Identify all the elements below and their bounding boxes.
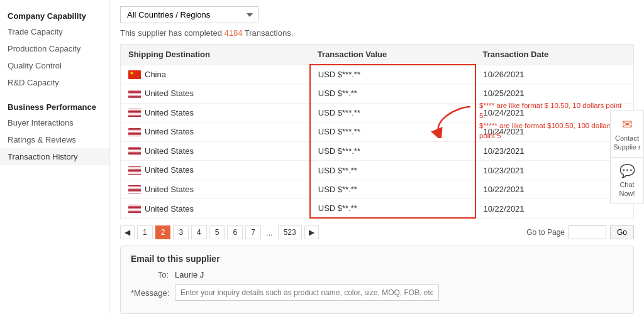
table-row: United States USD $***.** 10/24/2021 bbox=[121, 122, 633, 142]
table-row: United States USD $**.** 10/23/2021 bbox=[121, 161, 633, 180]
destination-cell: United States bbox=[121, 103, 310, 122]
sidebar-item-trade-capacity[interactable]: Trade Capacity bbox=[0, 23, 109, 40]
contact-supplier-label: Contact Supplie r bbox=[613, 134, 640, 151]
sidebar-item-ratings-reviews[interactable]: Ratings & Reviews bbox=[0, 131, 109, 148]
col-transaction-date: Transaction Date bbox=[475, 45, 633, 65]
value-cell: USD $**.** bbox=[310, 199, 475, 219]
destination-name: China bbox=[145, 70, 166, 79]
value-cell: USD $***.** bbox=[310, 65, 475, 84]
floating-panel: ✉ Contact Supplie r 💬 Chat Now! bbox=[610, 111, 644, 203]
business-performance-title: Business Performance bbox=[0, 97, 109, 114]
flag-us-icon bbox=[128, 147, 141, 156]
destination-cell: ★ China bbox=[121, 65, 310, 84]
destination-name: United States bbox=[145, 127, 194, 136]
pagination-ellipsis: ... bbox=[264, 228, 275, 237]
table-annotation-wrapper: Shipping Destination Transaction Value T… bbox=[120, 44, 634, 219]
flag-us-icon bbox=[128, 109, 141, 117]
value-cell: USD $***.** bbox=[310, 103, 475, 122]
envelope-icon: ✉ bbox=[613, 116, 641, 133]
chat-now-label: Chat Now! bbox=[619, 181, 635, 197]
date-cell: 10/25/2021 bbox=[475, 84, 633, 104]
table-row: ★ China USD $***.** 10/26/2021 bbox=[121, 65, 633, 84]
flag-us-icon bbox=[128, 185, 141, 194]
email-message-label: *Message: bbox=[131, 288, 175, 298]
flag-china-icon: ★ bbox=[128, 70, 141, 79]
pagination-page-2[interactable]: 2 bbox=[155, 225, 171, 239]
value-cell: USD $***.** bbox=[310, 122, 475, 142]
email-to-label: To: bbox=[131, 270, 175, 279]
value-cell: USD $**.** bbox=[310, 161, 475, 180]
destination-cell: United States bbox=[121, 141, 310, 161]
email-message-input[interactable] bbox=[175, 284, 439, 301]
chat-now-button[interactable]: 💬 Chat Now! bbox=[610, 157, 644, 204]
pagination-page-5[interactable]: 5 bbox=[209, 225, 225, 239]
destination-name: United States bbox=[145, 108, 194, 117]
pagination-page-7[interactable]: 7 bbox=[245, 225, 261, 239]
transactions-info: This supplier has completed 4184 Transac… bbox=[120, 28, 634, 38]
flag-us-icon bbox=[128, 205, 141, 214]
email-message-field: *Message: bbox=[131, 284, 623, 301]
email-section: Email to this supplier To: Laurie J *Mes… bbox=[120, 246, 634, 314]
destination-cell: United States bbox=[121, 84, 310, 104]
table-row: United States USD $**.** 10/22/2021 bbox=[121, 180, 633, 199]
goto-page-area: Go to Page Go bbox=[526, 225, 634, 239]
table-row: United States USD $***.** 10/23/2021 bbox=[121, 141, 633, 161]
goto-page-input[interactable] bbox=[569, 225, 606, 239]
flag-us-icon bbox=[128, 166, 141, 175]
email-to-value: Laurie J bbox=[175, 270, 204, 279]
transaction-table: Shipping Destination Transaction Value T… bbox=[121, 45, 633, 219]
pagination: ◀ 1 2 3 4 5 6 7 ... 523 ▶ Go to Page Go bbox=[120, 225, 634, 239]
destination-cell: United States bbox=[121, 122, 310, 142]
value-cell: USD $***.** bbox=[310, 141, 475, 161]
destination-cell: United States bbox=[121, 180, 310, 199]
goto-go-button[interactable]: Go bbox=[610, 225, 634, 239]
table-row: United States USD $***.** 10/24/2021 bbox=[121, 103, 633, 122]
destination-name: United States bbox=[145, 146, 194, 156]
pagination-page-523[interactable]: 523 bbox=[278, 225, 302, 239]
value-cell: USD $**.** bbox=[310, 84, 475, 104]
col-transaction-value: Transaction Value bbox=[310, 45, 475, 65]
transaction-table-wrapper: Shipping Destination Transaction Value T… bbox=[120, 44, 634, 219]
pagination-page-3[interactable]: 3 bbox=[173, 225, 189, 239]
main-content: All Countries / Regions This supplier ha… bbox=[110, 0, 644, 314]
pagination-next[interactable]: ▶ bbox=[304, 225, 319, 239]
transaction-count-link[interactable]: 4184 bbox=[224, 28, 242, 38]
pagination-page-4[interactable]: 4 bbox=[191, 225, 207, 239]
destination-name: United States bbox=[145, 89, 194, 98]
email-title: Email to this supplier bbox=[131, 254, 623, 264]
email-to-field: To: Laurie J bbox=[131, 270, 623, 279]
sidebar-item-rd-capacity[interactable]: R&D Capacity bbox=[0, 74, 109, 91]
flag-us-icon bbox=[128, 128, 141, 137]
destination-cell: United States bbox=[121, 161, 310, 180]
destination-name: United States bbox=[145, 165, 194, 175]
sidebar-item-production-capacity[interactable]: Production Capacity bbox=[0, 40, 109, 57]
destination-name: United States bbox=[145, 185, 194, 194]
pagination-prev[interactable]: ◀ bbox=[120, 225, 135, 239]
table-row: United States USD $**.** 10/25/2021 bbox=[121, 84, 633, 104]
value-cell: USD $**.** bbox=[310, 180, 475, 199]
pagination-page-6[interactable]: 6 bbox=[227, 225, 243, 239]
sidebar-item-buyer-interactions[interactable]: Buyer Interactions bbox=[0, 114, 109, 131]
chat-icon: 💬 bbox=[613, 163, 641, 179]
filter-row: All Countries / Regions bbox=[120, 6, 634, 23]
company-capability-title: Company Capability bbox=[0, 6, 109, 23]
sidebar: Company Capability Trade Capacity Produc… bbox=[0, 0, 110, 314]
goto-label: Go to Page bbox=[526, 228, 565, 237]
destination-cell: United States bbox=[121, 199, 310, 219]
col-shipping-destination: Shipping Destination bbox=[121, 45, 310, 65]
sidebar-item-quality-control[interactable]: Quality Control bbox=[0, 57, 109, 74]
pagination-page-1[interactable]: 1 bbox=[137, 225, 153, 239]
table-header-row: Shipping Destination Transaction Value T… bbox=[121, 45, 633, 65]
flag-us-icon bbox=[128, 90, 141, 99]
country-region-select[interactable]: All Countries / Regions bbox=[120, 6, 258, 23]
date-cell: 10/26/2021 bbox=[475, 65, 633, 84]
sidebar-item-transaction-history[interactable]: Transaction History bbox=[0, 148, 109, 165]
table-row: United States USD $**.** 10/22/2021 bbox=[121, 199, 633, 219]
contact-supplier-button[interactable]: ✉ Contact Supplie r bbox=[610, 111, 644, 157]
destination-name: United States bbox=[145, 204, 194, 214]
